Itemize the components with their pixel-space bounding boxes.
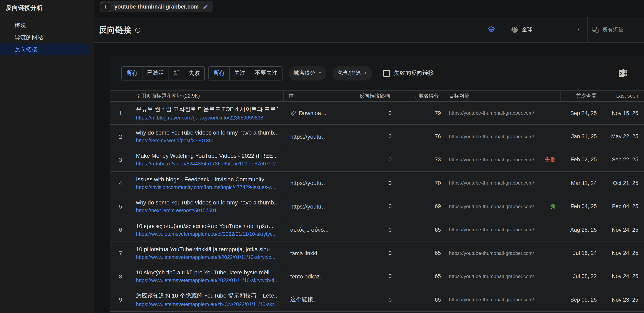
- chevron-down-icon: ▼: [364, 72, 367, 75]
- target-url[interactable]: https://youtube-thumbnail-grabber.com/: [449, 274, 534, 279]
- target-cell: https://youtube-thumbnail-grabber.com/: [444, 125, 560, 148]
- follow-filter-0[interactable]: 所有: [209, 66, 229, 80]
- source-page-title[interactable]: Issues with blogs - Feedback - Invision …: [136, 176, 264, 182]
- first-seen-date: Mar 11, 24: [571, 180, 597, 186]
- last-seen-cell: Nov 24, 25: [601, 242, 644, 265]
- target-url[interactable]: https://youtube-thumbnail-grabber.com/: [449, 250, 534, 256]
- anchor-text[interactable]: Download ...: [299, 110, 329, 116]
- source-page-url[interactable]: https://invisioncommunity.com/forums/top…: [136, 184, 278, 190]
- impact-value: 0: [388, 250, 392, 256]
- lost-backlinks-checkbox-wrap: 失效的反向链接: [383, 69, 434, 77]
- export-excel-button[interactable]: X: [618, 69, 628, 77]
- excel-icon: X: [618, 69, 628, 77]
- table-row: 5why do some YouTube videos on lemmy hav…: [110, 195, 644, 218]
- source-cell: 10 skrytých tipů a triků pro YouTube, kt…: [131, 265, 284, 288]
- lost-backlinks-checkbox[interactable]: [383, 70, 390, 77]
- source-page-url[interactable]: https://next.lemm.ee/post/50157501: [136, 208, 217, 214]
- col-domain-score[interactable]: ↓ 域名得分: [395, 91, 444, 101]
- anchor-text[interactable]: tento odkaz.: [290, 273, 322, 280]
- target-url[interactable]: https://youtube-thumbnail-grabber.com/: [449, 297, 534, 303]
- source-page-title[interactable]: Make Money Watching YouTube Videos - 202…: [136, 153, 278, 159]
- anchor-text[interactable]: 这个链接。: [290, 296, 319, 304]
- target-url[interactable]: https://youtube-thumbnail-grabber.com/: [449, 157, 534, 162]
- source-page-url[interactable]: https://lemmy.world/post/23301380: [136, 138, 214, 144]
- target-url[interactable]: https://youtube-thumbnail-grabber.com/: [449, 227, 534, 233]
- backlink-analytics-app: 反向链接分析 概况导流的网站反向链接 t youtube-thumbnail-g…: [0, 0, 644, 313]
- row-number-cell: 8: [110, 265, 131, 288]
- status-filter-1[interactable]: 已激活: [142, 66, 168, 80]
- traffic-type-select[interactable]: 所有流量: [588, 17, 644, 42]
- last-seen-cell: Nov 15, 25: [601, 102, 644, 125]
- source-page-url[interactable]: https://www.letemsvetemapplem.eu/2022/01…: [136, 278, 278, 284]
- status-filter-2[interactable]: 新: [168, 66, 184, 80]
- source-page-title[interactable]: 10 piilotettua YouTube-vinkkiä ja temppu…: [136, 246, 274, 252]
- target-cell: https://youtube-thumbnail-grabber.com/: [444, 265, 560, 288]
- academy-cap-button[interactable]: [476, 17, 507, 42]
- follow-filter-1[interactable]: 关注: [229, 66, 250, 80]
- anchor-text[interactable]: αυτός ο σύνδ...: [290, 226, 328, 233]
- source-page-title[interactable]: 10 skrytých tipů a triků pro YouTube, kt…: [136, 269, 276, 276]
- first-seen-date: Aug 28, 25: [570, 227, 597, 233]
- col-source-title-url[interactable]: 引用页面标题和网址 (22.9K): [131, 91, 284, 101]
- anchor-cell: αυτός ο σύνδ...: [284, 218, 334, 241]
- source-page-title[interactable]: 您应该知道的 10 个隐藏的 YouTube 提示和技巧 – Lete...: [136, 292, 278, 300]
- source-page-title[interactable]: why do some YouTube videos on lemmy have…: [136, 129, 278, 136]
- last-seen-cell: Nov 24, 25: [601, 265, 644, 288]
- col-impact[interactable]: 反向链接影响: [334, 91, 395, 101]
- table-body: 1유튜브 썸네일 고화질로 다운로드 TOP 4 사이트와 프로그램 ...ht…: [110, 102, 644, 313]
- impact-value: 0: [388, 157, 392, 163]
- impact-cell: 3: [334, 102, 395, 125]
- source-page-title[interactable]: why do some YouTube videos on lemmy have…: [136, 199, 278, 206]
- anchor-cell: https://youtub...: [284, 171, 334, 194]
- target-cell: https://youtube-thumbnail-grabber.com/: [444, 288, 560, 311]
- domain-score-filter[interactable]: 域名得分 ▼: [288, 66, 326, 80]
- col-target-url[interactable]: 目标网址: [444, 91, 560, 101]
- geo-database-select[interactable]: 全球 ▼: [507, 17, 588, 42]
- domain-selector[interactable]: t youtube-thumbnail-grabber.com: [100, 1, 213, 12]
- info-icon[interactable]: [135, 27, 140, 33]
- status-filter-3[interactable]: 失败: [184, 66, 204, 80]
- anchor-text[interactable]: tämä linkki.: [290, 250, 319, 256]
- follow-filter-2[interactable]: 不要关注: [250, 66, 282, 80]
- target-url[interactable]: https://youtube-thumbnail-grabber.com/: [449, 180, 534, 186]
- include-exclude-filter[interactable]: 包含/排除 ▼: [332, 66, 372, 80]
- last-seen-cell: Feb 04, 25: [601, 195, 644, 218]
- sidebar-item-overview[interactable]: 概况: [0, 20, 89, 32]
- anchor-text[interactable]: https://youtub...: [290, 203, 329, 210]
- first-seen-cell: Feb 02, 25: [560, 148, 601, 171]
- sort-desc-icon: ↓: [414, 93, 416, 99]
- edit-pencil-icon[interactable]: [203, 4, 208, 9]
- impact-value: 0: [388, 180, 392, 186]
- score-cell: 69: [395, 195, 444, 218]
- source-page-url[interactable]: https://www.letemsvetemapplem.eu/el/2022…: [136, 231, 277, 237]
- lost-backlinks-label: 失效的反向链接: [394, 69, 434, 77]
- col-first-seen[interactable]: 首次查看: [560, 91, 601, 101]
- anchor-text[interactable]: https://youtub...: [290, 180, 329, 186]
- sidebar-item-referring-sites[interactable]: 导流的网站: [0, 32, 89, 43]
- source-page-url[interactable]: https://m.blog.naver.com/galaxyworldinfo…: [136, 115, 263, 121]
- source-page-title[interactable]: 유튜브 썸네일 고화질로 다운로드 TOP 4 사이트와 프로그램 ...: [136, 106, 278, 113]
- last-seen-date: Nov 24, 25: [612, 273, 638, 280]
- first-seen-cell: Aug 28, 25: [560, 218, 601, 241]
- topbar: t youtube-thumbnail-grabber.com: [94, 0, 644, 17]
- first-seen-date: Jan 31, 25: [571, 133, 597, 140]
- source-page-url[interactable]: https://www.letemsvetemapplem.eu/fi/2022…: [136, 254, 276, 260]
- anchor-cell: 这个链接。: [284, 288, 334, 311]
- target-url[interactable]: https://youtube-thumbnail-grabber.com/: [449, 110, 534, 116]
- impact-cell: 0: [334, 218, 395, 241]
- status-filter-0[interactable]: 所有: [122, 66, 142, 80]
- table-row: 3Make Money Watching YouTube Videos - 20…: [110, 148, 644, 172]
- anchor-text[interactable]: https://youtub...: [290, 133, 329, 140]
- score-cell: 76: [395, 125, 444, 148]
- source-page-title[interactable]: 10 κρυφές συμβουλές και κόλπα YouTube πο…: [136, 223, 273, 229]
- col-last-seen[interactable]: Last seen: [601, 91, 644, 101]
- source-page-url[interactable]: https://rutube.ru/video/8244384a1736b65f…: [136, 161, 276, 167]
- header-left: 反向链接: [94, 17, 476, 42]
- target-url[interactable]: https://youtube-thumbnail-grabber.com/: [449, 204, 534, 209]
- target-url[interactable]: https://youtube-thumbnail-grabber.com/: [449, 134, 534, 139]
- source-page-url[interactable]: https://www.letemsvetemapplem.eu/zh-CN/2…: [136, 302, 278, 307]
- link-icon: [290, 110, 296, 116]
- last-seen-date: Oct 21, 25: [613, 180, 638, 186]
- col-anchor[interactable]: 锚: [284, 91, 334, 101]
- sidebar-item-backlinks[interactable]: 反向链接: [0, 43, 89, 55]
